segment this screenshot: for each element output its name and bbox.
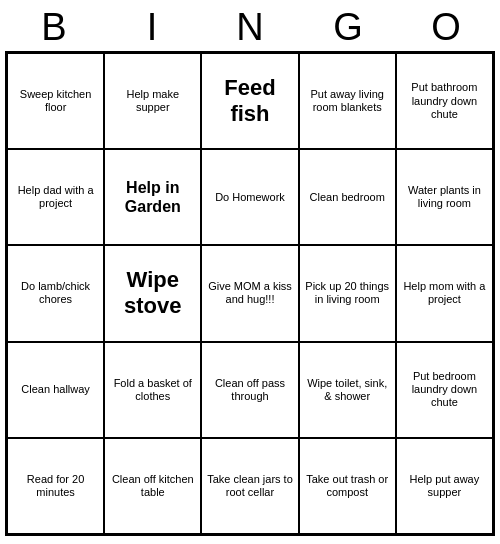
letter-b: B	[9, 6, 99, 49]
bingo-cell-18[interactable]: Wipe toilet, sink, & shower	[299, 342, 396, 438]
bingo-cell-3[interactable]: Put away living room blankets	[299, 53, 396, 149]
bingo-cell-7[interactable]: Do Homework	[201, 149, 298, 245]
letter-o: O	[401, 6, 491, 49]
bingo-cell-16[interactable]: Fold a basket of clothes	[104, 342, 201, 438]
bingo-cell-22[interactable]: Take clean jars to root cellar	[201, 438, 298, 534]
bingo-cell-0[interactable]: Sweep kitchen floor	[7, 53, 104, 149]
bingo-cell-10[interactable]: Do lamb/chick chores	[7, 245, 104, 341]
bingo-cell-5[interactable]: Help dad with a project	[7, 149, 104, 245]
bingo-grid: Sweep kitchen floorHelp make supperFeed …	[5, 51, 495, 536]
bingo-cell-2[interactable]: Feed fish	[201, 53, 298, 149]
bingo-cell-20[interactable]: Read for 20 minutes	[7, 438, 104, 534]
bingo-cell-11[interactable]: Wipe stove	[104, 245, 201, 341]
bingo-cell-15[interactable]: Clean hallway	[7, 342, 104, 438]
bingo-cell-21[interactable]: Clean off kitchen table	[104, 438, 201, 534]
bingo-cell-1[interactable]: Help make supper	[104, 53, 201, 149]
bingo-cell-24[interactable]: Help put away supper	[396, 438, 493, 534]
bingo-cell-23[interactable]: Take out trash or compost	[299, 438, 396, 534]
bingo-cell-17[interactable]: Clean off pass through	[201, 342, 298, 438]
bingo-cell-14[interactable]: Help mom with a project	[396, 245, 493, 341]
letter-g: G	[303, 6, 393, 49]
bingo-cell-19[interactable]: Put bedroom laundry down chute	[396, 342, 493, 438]
bingo-cell-12[interactable]: Give MOM a kiss and hug!!!	[201, 245, 298, 341]
bingo-cell-4[interactable]: Put bathroom laundry down chute	[396, 53, 493, 149]
bingo-cell-6[interactable]: Help in Garden	[104, 149, 201, 245]
bingo-cell-9[interactable]: Water plants in living room	[396, 149, 493, 245]
bingo-cell-13[interactable]: Pick up 20 things in living room	[299, 245, 396, 341]
letter-i: I	[107, 6, 197, 49]
bingo-cell-8[interactable]: Clean bedroom	[299, 149, 396, 245]
bingo-title: B I N G O	[5, 0, 495, 51]
letter-n: N	[205, 6, 295, 49]
